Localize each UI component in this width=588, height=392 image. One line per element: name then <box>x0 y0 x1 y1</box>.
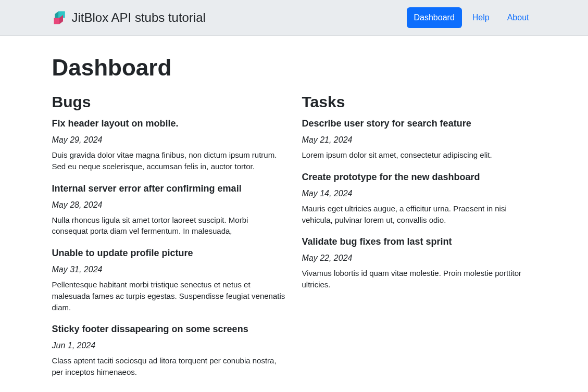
jitblox-logo-icon <box>52 10 67 25</box>
nav-about[interactable]: About <box>500 7 536 28</box>
list-item: Fix header layout on mobile. May 29, 202… <box>52 117 286 172</box>
brand-link[interactable]: JitBlox API stubs tutorial <box>52 8 206 27</box>
item-description: Duis gravida dolor vitae magna finibus, … <box>52 149 286 172</box>
item-title: Internal server error after confirming e… <box>52 182 286 196</box>
item-date: May 28, 2024 <box>52 199 286 211</box>
item-title: Create prototype for the new dashboard <box>302 170 536 184</box>
item-title: Validate bug fixes from last sprint <box>302 235 536 249</box>
list-item: Sticky footer dissapearing on some scree… <box>52 322 286 378</box>
item-title: Unable to update profile picture <box>52 246 286 260</box>
item-date: May 22, 2024 <box>302 252 536 264</box>
item-description: Class aptent taciti sociosqu ad litora t… <box>52 355 286 378</box>
list-item: Internal server error after confirming e… <box>52 182 286 237</box>
right-column: Tasks Describe user story for search fea… <box>302 87 536 392</box>
item-description: Nulla rhoncus ligula sit amet tortor lao… <box>52 214 286 237</box>
brand-title: JitBlox API stubs tutorial <box>72 8 206 27</box>
item-description: Pellentesque habitant morbi tristique se… <box>52 279 286 313</box>
left-column: Bugs Fix header layout on mobile. May 29… <box>52 87 286 392</box>
nav-help[interactable]: Help <box>465 7 497 28</box>
item-title: Fix header layout on mobile. <box>52 117 286 131</box>
list-item: Create prototype for the new dashboard M… <box>302 170 536 226</box>
item-description: Mauris eget ultricies augue, a efficitur… <box>302 203 536 226</box>
list-item: Unable to update profile picture May 31,… <box>52 246 286 313</box>
main-content: Dashboard Bugs Fix header layout on mobi… <box>44 50 544 392</box>
nav-links: Dashboard Help About <box>407 7 536 28</box>
item-description: Lorem ipsum dolor sit amet, consectetur … <box>302 149 536 161</box>
navbar: JitBlox API stubs tutorial Dashboard Hel… <box>0 0 588 36</box>
item-title: Describe user story for search feature <box>302 117 536 131</box>
list-item: Describe user story for search feature M… <box>302 117 536 161</box>
section-heading-bugs: Bugs <box>52 90 286 113</box>
item-date: May 21, 2024 <box>302 134 536 146</box>
page-title: Dashboard <box>52 50 536 85</box>
item-title: Sticky footer dissapearing on some scree… <box>52 322 286 336</box>
item-date: May 31, 2024 <box>52 263 286 276</box>
item-date: Jun 1, 2024 <box>52 339 286 352</box>
item-description: Vivamus lobortis id quam vitae molestie.… <box>302 268 536 290</box>
list-item: Validate bug fixes from last sprint May … <box>302 235 536 290</box>
svg-marker-4 <box>54 18 59 24</box>
item-date: May 29, 2024 <box>52 134 286 146</box>
item-date: May 14, 2024 <box>302 187 536 200</box>
section-heading-tasks: Tasks <box>302 90 536 113</box>
nav-dashboard[interactable]: Dashboard <box>407 7 462 28</box>
